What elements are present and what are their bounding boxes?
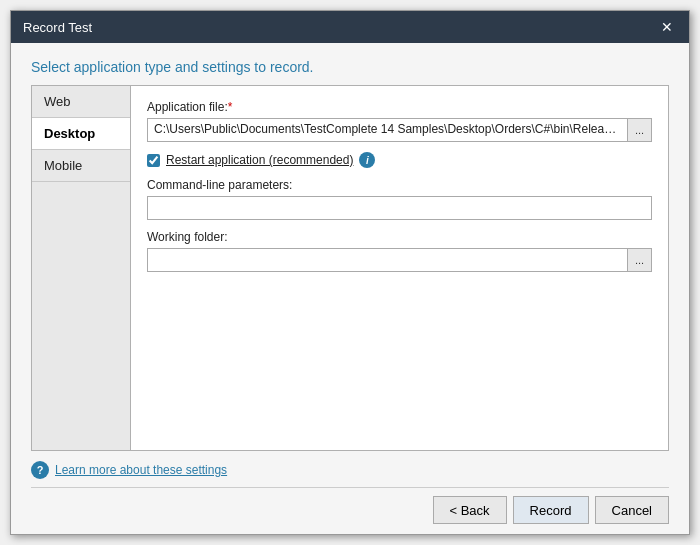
app-file-label: Application file:*: [147, 100, 652, 114]
footer-buttons: < Back Record Cancel: [31, 496, 669, 524]
cmd-params-group: Command-line parameters:: [147, 178, 652, 220]
footer-separator: [31, 487, 669, 488]
app-file-group: Application file:* C:\Users\Public\Docum…: [147, 100, 652, 142]
app-file-input-row: C:\Users\Public\Documents\TestComplete 1…: [147, 118, 652, 142]
record-button[interactable]: Record: [513, 496, 589, 524]
main-area: Web Desktop Mobile Application file:* C:…: [11, 85, 689, 451]
working-folder-row: ...: [147, 248, 652, 272]
cmd-params-input[interactable]: [147, 196, 652, 220]
app-file-browse-button[interactable]: ...: [628, 118, 652, 142]
sidebar-item-web[interactable]: Web: [32, 86, 130, 118]
app-file-input[interactable]: C:\Users\Public\Documents\TestComplete 1…: [147, 118, 628, 142]
dialog-title: Record Test: [23, 20, 92, 35]
working-folder-input[interactable]: [147, 248, 628, 272]
restart-checkbox-row: Restart application (recommended) i: [147, 152, 652, 168]
working-folder-browse-button[interactable]: ...: [628, 248, 652, 272]
sidebar: Web Desktop Mobile: [31, 85, 131, 451]
close-button[interactable]: ✕: [657, 17, 677, 37]
cancel-button[interactable]: Cancel: [595, 496, 669, 524]
content-panel: Application file:* C:\Users\Public\Docum…: [131, 85, 669, 451]
restart-info-icon[interactable]: i: [359, 152, 375, 168]
restart-checkbox[interactable]: [147, 154, 160, 167]
learn-more-link[interactable]: Learn more about these settings: [55, 463, 227, 477]
footer-link-row: ? Learn more about these settings: [31, 461, 669, 479]
help-icon[interactable]: ?: [31, 461, 49, 479]
working-folder-group: Working folder: ...: [147, 230, 652, 272]
restart-label[interactable]: Restart application (recommended): [166, 153, 353, 167]
sidebar-item-desktop[interactable]: Desktop: [32, 118, 130, 150]
title-bar: Record Test ✕: [11, 11, 689, 43]
header-text: Select application type and settings to …: [31, 59, 314, 75]
sidebar-item-mobile[interactable]: Mobile: [32, 150, 130, 182]
record-test-dialog: Record Test ✕ Select application type an…: [10, 10, 690, 535]
required-marker: *: [228, 100, 233, 114]
dialog-header: Select application type and settings to …: [11, 43, 689, 85]
dialog-footer: ? Learn more about these settings < Back…: [11, 451, 689, 534]
back-button[interactable]: < Back: [433, 496, 507, 524]
cmd-params-label: Command-line parameters:: [147, 178, 652, 192]
working-folder-label: Working folder:: [147, 230, 652, 244]
dialog-content: Select application type and settings to …: [11, 43, 689, 534]
